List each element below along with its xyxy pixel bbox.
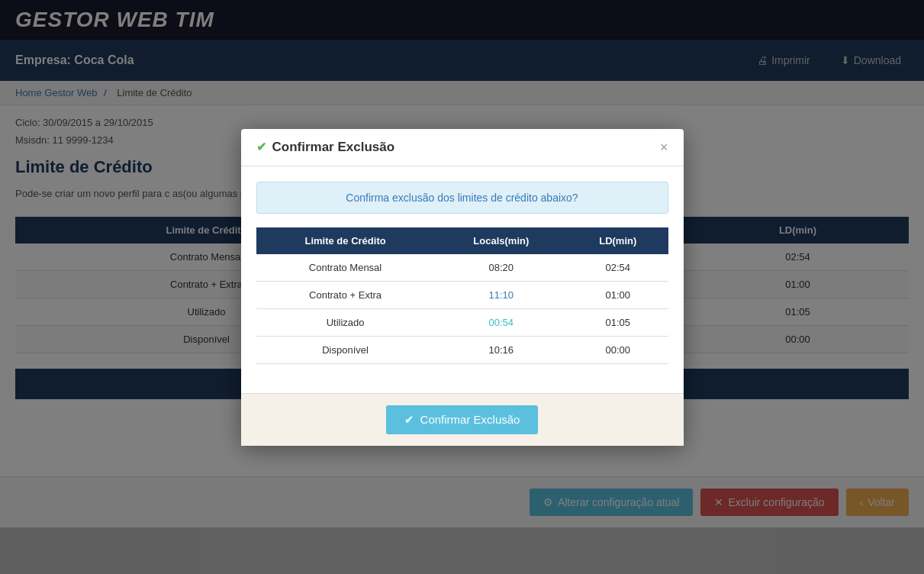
modal-row-label: Contrato + Extra [256, 281, 435, 308]
modal-table-row: Contrato + Extra 11:10 01:00 [256, 281, 668, 308]
modal-table: Limite de Crédito Locals(min) LD(min) Co… [256, 227, 668, 364]
modal-overlay: ✔ Confirmar Exclusão × Confirma exclusão… [0, 0, 924, 527]
modal-row-locals: 00:54 [435, 308, 568, 336]
modal-col-limite: Limite de Crédito [256, 227, 435, 254]
modal-row-locals: 10:16 [435, 336, 568, 363]
confirm-message: Confirma exclusão dos limites de crédito… [256, 182, 668, 214]
modal-row-ld: 01:05 [568, 308, 668, 336]
modal-title: ✔ Confirmar Exclusão [256, 140, 395, 155]
modal-header: ✔ Confirmar Exclusão × [241, 129, 684, 166]
modal-close-button[interactable]: × [660, 140, 668, 154]
modal-row-ld: 01:00 [568, 281, 668, 308]
modal-table-row: Contrato Mensal 08:20 02:54 [256, 254, 668, 282]
modal-col-locals: Locals(min) [435, 227, 568, 254]
confirm-exclusao-button[interactable]: ✔ Confirmar Exclusão [386, 405, 539, 434]
modal-row-label: Contrato Mensal [256, 254, 435, 282]
confirm-check-icon: ✔ [404, 413, 414, 427]
modal-row-label: Utilizado [256, 308, 435, 336]
modal: ✔ Confirmar Exclusão × Confirma exclusão… [241, 129, 684, 446]
modal-row-locals: 08:20 [435, 254, 568, 282]
modal-row-ld: 02:54 [568, 254, 668, 282]
modal-table-row: Disponível 10:16 00:00 [256, 336, 668, 363]
modal-col-ld: LD(min) [568, 227, 668, 254]
modal-row-ld: 00:00 [568, 336, 668, 363]
modal-table-row: Utilizado 00:54 01:05 [256, 308, 668, 336]
modal-row-locals: 11:10 [435, 281, 568, 308]
checkmark-icon: ✔ [256, 140, 266, 154]
modal-row-label: Disponível [256, 336, 435, 363]
modal-footer: ✔ Confirmar Exclusão [241, 393, 684, 446]
modal-body: Confirma exclusão dos limites de crédito… [241, 166, 684, 393]
